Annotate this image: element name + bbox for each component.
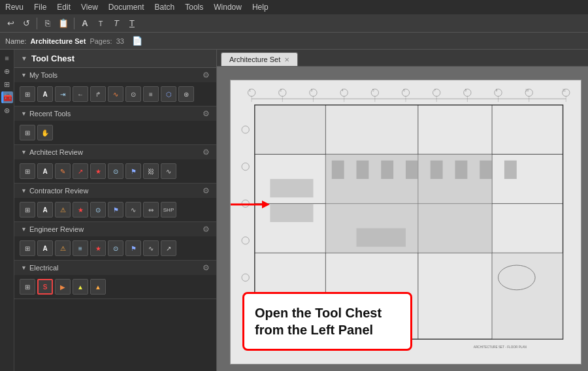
section-contractor-title: Contractor Review: [29, 187, 200, 195]
my-tool-3[interactable]: ⇥: [55, 86, 71, 102]
con-tool-7[interactable]: ∿: [125, 202, 141, 218]
menu-file[interactable]: File: [34, 3, 46, 12]
con-tool-4[interactable]: ★: [73, 202, 88, 218]
toolbar-undo-icon[interactable]: ↺: [20, 17, 33, 30]
left-icon-menu[interactable]: ≡: [1, 52, 13, 64]
section-contractor-review: ▼ Contractor Review ⚙ ⊞ A ⚠ ★ ⊙ ⚑ ∿ ⇔ SH…: [14, 184, 216, 222]
con-tool-9[interactable]: SHP: [161, 202, 176, 218]
arch-tool-8[interactable]: ⛓: [143, 163, 159, 179]
svg-text:3: 3: [311, 89, 313, 92]
toolbar-copy-icon[interactable]: ⎘: [41, 17, 54, 30]
toolbar-arrow-icon[interactable]: ↩: [4, 17, 17, 30]
my-tool-5[interactable]: ↱: [90, 86, 106, 102]
tab-close-btn[interactable]: ✕: [284, 56, 289, 63]
section-architect-gear[interactable]: ⚙: [203, 148, 210, 157]
tab-architecture-set[interactable]: Architecture Set ✕: [221, 52, 298, 66]
my-tool-2[interactable]: A: [37, 86, 53, 102]
section-architect-header[interactable]: ▼ Architect Review ⚙: [14, 145, 216, 159]
toolbar-text-icon[interactable]: A: [78, 17, 91, 30]
eng-tool-9[interactable]: ↗: [161, 240, 176, 256]
con-tool-1[interactable]: ⊞: [20, 202, 35, 218]
arch-tool-9[interactable]: ∿: [161, 163, 176, 179]
arch-tool-6[interactable]: ⊙: [108, 163, 123, 179]
arch-tool-2[interactable]: A: [37, 163, 53, 179]
menu-batch[interactable]: Batch: [155, 3, 175, 12]
eng-tool-5[interactable]: ★: [90, 240, 106, 256]
recent-tool-1[interactable]: ⊞: [20, 125, 35, 140]
section-recent-gear[interactable]: ⚙: [203, 109, 210, 118]
section-architect-review: ▼ Architect Review ⚙ ⊞ A ✎ ↗ ★ ⊙ ⚑ ⛓ ∿: [14, 145, 216, 184]
elec-tool-4[interactable]: ▲: [73, 279, 88, 295]
arch-tool-3[interactable]: ✎: [55, 163, 71, 179]
svg-text:2: 2: [280, 89, 282, 92]
section-electrical-header[interactable]: ▼ Electrical ⚙: [14, 261, 216, 275]
section-contractor-header[interactable]: ▼ Contractor Review ⚙: [14, 184, 216, 198]
left-icon-settings[interactable]: ⊛: [1, 105, 13, 116]
menu-edit[interactable]: Edit: [57, 3, 71, 12]
elec-tool-3[interactable]: ▶: [55, 279, 71, 295]
my-tool-10[interactable]: ⊛: [178, 86, 194, 102]
eng-tool-1[interactable]: ⊞: [20, 240, 35, 256]
my-tool-9[interactable]: ⬡: [161, 86, 176, 102]
section-engineer-header[interactable]: ▼ Engineer Review ⚙: [14, 222, 216, 236]
my-tool-8[interactable]: ≡: [143, 86, 159, 102]
svg-rect-47: [480, 161, 492, 179]
toolbar-sep-2: [74, 18, 74, 29]
arch-tool-5[interactable]: ★: [90, 163, 106, 179]
my-tool-4[interactable]: ←: [73, 86, 88, 102]
toolbar-sep-1: [37, 18, 37, 29]
name-export-icon[interactable]: 📄: [131, 35, 144, 48]
con-tool-2[interactable]: A: [37, 202, 53, 218]
my-tool-1[interactable]: ⊞: [20, 86, 35, 102]
section-architect-arrow: ▼: [21, 149, 27, 155]
my-tool-6[interactable]: ∿: [108, 86, 123, 102]
left-icon-tool-chest[interactable]: 🧰: [1, 91, 13, 103]
left-icon-page[interactable]: ⊕: [1, 65, 13, 77]
elec-tool-5[interactable]: ▲: [90, 279, 106, 295]
eng-tool-6[interactable]: ⊙: [108, 240, 123, 256]
recent-tools-row: ⊞ ✋: [14, 121, 216, 144]
elec-tool-1[interactable]: ⊞: [20, 279, 35, 295]
toolbar-text2-icon[interactable]: T: [94, 17, 107, 30]
eng-tool-2[interactable]: A: [37, 240, 53, 256]
section-contractor-arrow: ▼: [21, 187, 27, 194]
chest-collapse-arrow[interactable]: ▼: [21, 55, 27, 62]
menu-document[interactable]: Document: [108, 3, 144, 12]
eng-tool-7[interactable]: ⚑: [125, 240, 141, 256]
toolbar-italic-icon[interactable]: T: [110, 17, 123, 30]
menu-view[interactable]: View: [81, 3, 98, 12]
section-recent-tools-header[interactable]: ▼ Recent Tools ⚙: [14, 106, 216, 121]
toolbar-underline-icon[interactable]: T: [125, 17, 139, 30]
architect-tools-row: ⊞ A ✎ ↗ ★ ⊙ ⚑ ⛓ ∿: [14, 159, 216, 183]
eng-tool-4[interactable]: ≡: [73, 240, 88, 256]
my-tool-7[interactable]: ⊙: [125, 86, 141, 102]
toolbar-paste-icon[interactable]: 📋: [57, 17, 70, 30]
eng-tool-3[interactable]: ⚠: [55, 240, 71, 256]
left-icon-grid[interactable]: ⊞: [1, 78, 13, 90]
svg-point-24: [242, 163, 249, 170]
svg-point-26: [242, 237, 249, 244]
section-engineer-arrow: ▼: [21, 226, 27, 233]
recent-tool-2[interactable]: ✋: [37, 125, 53, 140]
con-tool-3[interactable]: ⚠: [55, 202, 71, 218]
arch-tool-4[interactable]: ↗: [73, 163, 88, 179]
menu-window[interactable]: Window: [214, 3, 242, 12]
arch-tool-7[interactable]: ⚑: [125, 163, 141, 179]
section-electrical-title: Electrical: [29, 264, 200, 272]
section-electrical-gear[interactable]: ⚙: [203, 263, 210, 272]
menu-revu[interactable]: Revu: [5, 3, 24, 12]
section-my-tools-gear[interactable]: ⚙: [203, 71, 210, 80]
section-my-tools-header[interactable]: ▼ My Tools ⚙: [14, 68, 216, 82]
eng-tool-8[interactable]: ∿: [143, 240, 159, 256]
menu-help[interactable]: Help: [252, 3, 269, 12]
elec-tool-2[interactable]: S: [37, 279, 53, 295]
svg-text:ARCHITECTURE SET - FLOOR PLAN: ARCHITECTURE SET - FLOOR PLAN: [474, 346, 527, 349]
con-tool-6[interactable]: ⚑: [108, 202, 123, 218]
arch-tool-1[interactable]: ⊞: [20, 163, 35, 179]
section-engineer-gear[interactable]: ⚙: [203, 225, 210, 234]
con-tool-5[interactable]: ⊙: [90, 202, 106, 218]
section-electrical: ▼ Electrical ⚙ ⊞ S ▶ ▲ ▲: [14, 261, 216, 299]
con-tool-8[interactable]: ⇔: [143, 202, 159, 218]
menu-tools[interactable]: Tools: [185, 3, 203, 12]
section-contractor-gear[interactable]: ⚙: [203, 186, 210, 195]
